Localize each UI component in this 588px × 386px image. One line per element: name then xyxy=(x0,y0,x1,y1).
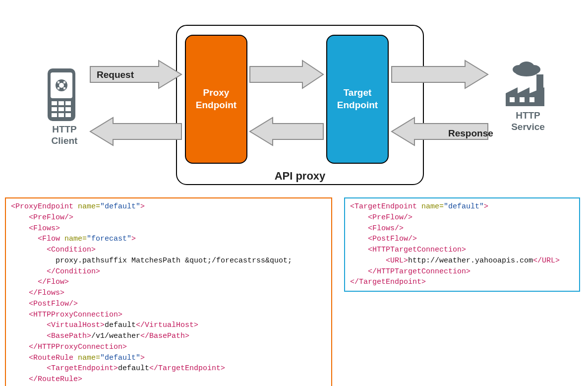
code: <HTTPTargetConnection> xyxy=(368,246,466,254)
code: </TargetEndpoint> xyxy=(149,364,225,373)
svg-rect-9 xyxy=(59,101,64,105)
svg-marker-28 xyxy=(90,118,181,145)
svg-rect-7 xyxy=(63,87,65,89)
code: "default" xyxy=(100,202,140,211)
code: <Flows/> xyxy=(368,224,404,233)
factory-icon xyxy=(500,59,554,108)
svg-point-20 xyxy=(515,66,538,76)
text: Client xyxy=(52,135,78,146)
code: > xyxy=(484,202,488,211)
code: </HTTPProxyConnection> xyxy=(29,343,127,351)
text: HTTP xyxy=(516,110,540,121)
code: default xyxy=(105,321,136,329)
code: > xyxy=(140,354,145,362)
code: proxy.pathsuffix MatchesPath &quot;/fore… xyxy=(56,257,292,265)
code: "forecast" xyxy=(87,235,131,243)
code: </TargetEndpoint> xyxy=(350,278,426,286)
svg-rect-5 xyxy=(63,81,65,83)
code: "default" xyxy=(100,354,140,362)
code: <RouteRule xyxy=(29,354,78,362)
code: <Condition> xyxy=(47,246,96,254)
response-label: Response xyxy=(448,128,493,139)
svg-marker-26 xyxy=(250,61,323,88)
arrow-right-icon xyxy=(249,60,326,89)
svg-rect-14 xyxy=(52,113,57,117)
target-endpoint-box: Target Endpoint xyxy=(326,35,389,164)
code: </Condition> xyxy=(47,267,100,276)
code: /v1/weather xyxy=(91,332,140,340)
text: Proxy xyxy=(203,87,230,98)
code: </BasePath> xyxy=(140,332,189,340)
code: <TargetEndpoint xyxy=(350,202,421,211)
code: <Flow xyxy=(38,235,64,243)
target-endpoint-xml: <TargetEndpoint name="default"> <PreFlow… xyxy=(344,197,580,292)
svg-rect-11 xyxy=(52,107,57,111)
text: HTTP xyxy=(52,124,77,134)
code: http://weather.yahooapis.com xyxy=(408,257,533,265)
code: name= xyxy=(64,235,87,243)
arrow-left-icon xyxy=(249,117,326,146)
code: name= xyxy=(78,354,100,362)
code: <PreFlow/> xyxy=(368,213,412,222)
http-client-label: HTTP Client xyxy=(45,124,84,147)
svg-rect-13 xyxy=(65,107,71,111)
code: <PreFlow/> xyxy=(29,213,73,222)
arrow-right-icon xyxy=(391,60,490,89)
code: > xyxy=(140,202,145,211)
svg-rect-16 xyxy=(65,113,71,117)
code: <PostFlow/> xyxy=(368,235,417,243)
svg-rect-10 xyxy=(65,101,71,105)
architecture-diagram: HTTP Client HTTP Service API proxy Proxy… xyxy=(5,5,583,193)
code: <URL> xyxy=(386,257,408,265)
text: Endpoint xyxy=(337,100,378,110)
code: </URL> xyxy=(533,257,560,265)
svg-rect-6 xyxy=(58,87,59,89)
text: Service xyxy=(511,122,545,132)
phone-icon xyxy=(47,67,76,122)
text: Endpoint xyxy=(196,100,236,110)
code-area: <ProxyEndpoint name="default"> <PreFlow/… xyxy=(5,197,583,386)
request-label: Request xyxy=(97,69,134,80)
svg-rect-22 xyxy=(510,97,515,102)
svg-rect-24 xyxy=(529,97,534,102)
code: name= xyxy=(78,202,100,211)
code: <Flows> xyxy=(29,224,60,233)
svg-rect-15 xyxy=(59,113,64,117)
svg-point-3 xyxy=(59,83,64,88)
code: <ProxyEndpoint xyxy=(11,202,78,211)
code: "default" xyxy=(444,202,484,211)
svg-marker-27 xyxy=(392,61,488,88)
svg-rect-12 xyxy=(59,107,64,111)
proxy-endpoint-xml: <ProxyEndpoint name="default"> <PreFlow/… xyxy=(5,197,332,386)
code: <PostFlow/> xyxy=(29,300,78,308)
code: </Flows> xyxy=(29,289,64,297)
code: name= xyxy=(421,202,444,211)
api-proxy-label: API proxy xyxy=(176,170,424,183)
code: </Flow> xyxy=(38,278,69,286)
text: Target xyxy=(344,87,372,98)
proxy-endpoint-box: Proxy Endpoint xyxy=(185,35,247,164)
http-service-label: HTTP Service xyxy=(501,110,555,133)
arrow-left-icon xyxy=(89,117,183,146)
code: <HTTPProxyConnection> xyxy=(29,311,122,319)
code: <BasePath> xyxy=(47,332,91,340)
code: <TargetEndpoint> xyxy=(47,364,118,373)
code: default xyxy=(118,364,149,373)
svg-rect-8 xyxy=(52,101,57,105)
code: </HTTPTargetConnection> xyxy=(368,267,470,276)
svg-rect-4 xyxy=(58,81,59,83)
code: </RouteRule> xyxy=(29,375,82,384)
code: > xyxy=(131,235,136,243)
code: </VirtualHost> xyxy=(136,321,198,329)
svg-rect-23 xyxy=(520,97,525,102)
svg-marker-29 xyxy=(250,118,323,145)
code: <VirtualHost> xyxy=(47,321,105,329)
